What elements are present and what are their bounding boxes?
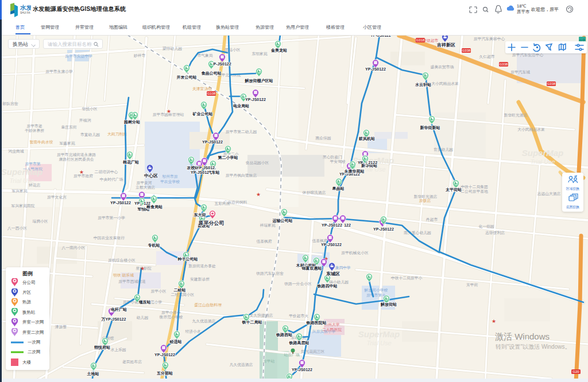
svg-text:原机综合楼小区: 原机综合楼小区 bbox=[108, 258, 136, 262]
svg-text:原平分公司: 原平分公司 bbox=[198, 220, 225, 226]
svg-text:惠众佳园: 惠众佳园 bbox=[315, 136, 331, 141]
svg-text:干部休养所: 干部休养所 bbox=[25, 128, 44, 133]
svg-text:东大街: 东大街 bbox=[194, 212, 206, 217]
svg-text:P-JS0122: P-JS0122 bbox=[213, 62, 231, 66]
svg-text:YP-JS0122: YP-JS0122 bbox=[321, 243, 342, 247]
svg-text:开发公司站: 开发公司站 bbox=[176, 75, 197, 80]
svg-text:军兴家苑: 军兴家苑 bbox=[11, 189, 27, 193]
svg-text:堰压站: 堰压站 bbox=[138, 300, 151, 305]
svg-text:第二小学站: 第二小学站 bbox=[218, 155, 238, 160]
svg-text:太平街站: 太平街站 bbox=[445, 188, 462, 192]
svg-text:站前广场: 站前广场 bbox=[284, 353, 299, 357]
svg-text:经济小水: 经济小水 bbox=[185, 329, 200, 334]
svg-text:原平市第一小学: 原平市第一小学 bbox=[98, 216, 125, 220]
svg-text:G338: G338 bbox=[547, 82, 556, 85]
svg-text:久仁超市: 久仁超市 bbox=[479, 54, 494, 59]
svg-text:中国农业发展银行: 中国农业发展银行 bbox=[94, 236, 125, 240]
svg-text:铁路高层站: 铁路高层站 bbox=[289, 340, 310, 345]
svg-text:祥瑞家苑: 祥瑞家苑 bbox=[260, 223, 275, 228]
svg-text:原平市北城街道永康路: 原平市北城街道永康路 bbox=[57, 153, 96, 157]
svg-text:康路社区居民委员会: 康路社区居民委员会 bbox=[59, 157, 94, 162]
svg-text:原平汽车生活中心: 原平汽车生活中心 bbox=[512, 53, 544, 57]
svg-text:食品花园小区: 食品花园小区 bbox=[246, 161, 269, 165]
svg-text:铁路西站: 铁路西站 bbox=[276, 333, 292, 337]
svg-text:开福润: 开福润 bbox=[79, 118, 91, 123]
svg-text:京都大酒店: 京都大酒店 bbox=[136, 185, 155, 190]
svg-text:YP」122: YP」122 bbox=[134, 201, 150, 206]
svg-text:原平市: 原平市 bbox=[517, 9, 530, 14]
svg-text:大闳刀削面: 大闳刀削面 bbox=[107, 132, 127, 137]
svg-text:凡久优选酒店: 凡久优选酒店 bbox=[230, 362, 253, 367]
svg-text:18℃: 18℃ bbox=[517, 3, 527, 9]
svg-text:SuperMap: SuperMap bbox=[522, 148, 564, 158]
svg-text:团结小区: 团结小区 bbox=[225, 48, 240, 52]
svg-text:原饭店: 原饭店 bbox=[419, 198, 431, 203]
svg-text:华悦小区: 华悦小区 bbox=[82, 107, 97, 111]
svg-text:原平汽车美容中心: 原平汽车美容中心 bbox=[474, 37, 505, 41]
svg-text:二胡培训中心: 二胡培训中心 bbox=[95, 170, 118, 174]
svg-text:原平黄河: 原平黄河 bbox=[136, 181, 152, 185]
svg-text:棉花厂站: 棉花厂站 bbox=[122, 160, 139, 165]
svg-text:八一西小区: 八一西小区 bbox=[7, 226, 27, 231]
svg-text:原平汽车城: 原平汽车城 bbox=[510, 70, 530, 75]
svg-text:熙悦府站: 熙悦府站 bbox=[94, 345, 110, 350]
svg-text:欢迎您，原平: 欢迎您，原平 bbox=[531, 7, 559, 12]
svg-text:原平市第十: 原平市第十 bbox=[366, 293, 386, 297]
svg-text:水上乐园: 水上乐园 bbox=[110, 348, 126, 352]
svg-text:果品站: 果品站 bbox=[332, 186, 345, 191]
svg-text:育英幼儿园: 育英幼儿园 bbox=[434, 147, 453, 152]
svg-text:中铁十二局原平小: 中铁十二局原平小 bbox=[391, 276, 423, 280]
svg-text:老百姓布店: 老百姓布店 bbox=[122, 360, 142, 364]
svg-text:幼儿园: 幼儿园 bbox=[137, 315, 148, 320]
svg-text:中心区: 中心区 bbox=[144, 173, 158, 178]
svg-text:黑心防盗门: 黑心防盗门 bbox=[323, 155, 342, 159]
svg-text:市气象局: 市气象局 bbox=[197, 53, 212, 58]
svg-text:YP-JS0122: YP-JS0122 bbox=[245, 98, 266, 102]
svg-text:YP-JS0122: YP-JS0122 bbox=[365, 67, 386, 71]
svg-text:芳平街: 芳平街 bbox=[466, 283, 478, 287]
svg-text:妙祥寺: 妙祥寺 bbox=[134, 53, 146, 58]
svg-text:万YP-JS0122: 万YP-JS0122 bbox=[101, 317, 126, 322]
svg-text:原平文化宫: 原平文化宫 bbox=[47, 195, 67, 200]
svg-text:中铁十二局集团: 中铁十二局集团 bbox=[461, 185, 488, 189]
svg-text:原平站: 原平站 bbox=[263, 359, 275, 364]
svg-text:★: ★ bbox=[140, 266, 145, 271]
svg-text:专机站: 专机站 bbox=[148, 243, 160, 248]
svg-text:志华便利店: 志华便利店 bbox=[485, 231, 505, 235]
svg-text:东明家苑: 东明家苑 bbox=[252, 52, 267, 56]
svg-text:新华旺光酒店: 新华旺光酒店 bbox=[504, 113, 528, 118]
svg-text:明铁 朝乐城: 明铁 朝乐城 bbox=[113, 273, 134, 278]
svg-text:运输公司站: 运输公司站 bbox=[272, 218, 293, 223]
svg-text:铁路汽车队宿舍: 铁路汽车队宿舍 bbox=[256, 271, 284, 276]
svg-text:二经站: 二经站 bbox=[174, 288, 186, 293]
svg-text:中央时代广场: 中央时代广场 bbox=[100, 177, 123, 182]
svg-text:YP-JS012.: YP-JS012. bbox=[196, 166, 216, 170]
svg-text:新华街新站: 新华街新站 bbox=[420, 125, 440, 130]
svg-text:YP-JS0122: YP-JS0122 bbox=[322, 223, 342, 227]
svg-text:★: ★ bbox=[492, 318, 496, 324]
svg-text:衡示范小学校: 衡示范小学校 bbox=[160, 315, 183, 319]
svg-text:SuperMap: SuperMap bbox=[358, 329, 400, 339]
svg-text:八一南尚小区: 八一南尚小区 bbox=[61, 245, 86, 250]
svg-text:铁路四中站: 铁路四中站 bbox=[317, 283, 338, 289]
svg-text:伍基枫府: 伍基枫府 bbox=[312, 239, 327, 243]
svg-text:津源整: 津源整 bbox=[55, 325, 67, 329]
svg-text:五分部站: 五分部站 bbox=[156, 371, 173, 376]
svg-text:电杆厂站: 电杆厂站 bbox=[111, 307, 127, 312]
svg-text:廉四中学: 廉四中学 bbox=[335, 266, 350, 270]
svg-text:原平市老: 原平市老 bbox=[26, 124, 42, 128]
svg-text:原平市西城街道: 原平市西城街道 bbox=[118, 279, 146, 284]
svg-text:九久优选酒店: 九久优选酒店 bbox=[192, 319, 216, 323]
svg-text:G338: G338 bbox=[500, 63, 508, 66]
svg-text:鸿业商城: 鸿业商城 bbox=[8, 149, 24, 153]
svg-text:Trial Use: Trial Use bbox=[9, 177, 34, 184]
svg-text:原平市实达中学: 原平市实达中学 bbox=[65, 54, 92, 58]
svg-text:经适站: 经适站 bbox=[169, 339, 182, 344]
svg-text:解放街小学校: 解放街小学校 bbox=[364, 288, 388, 293]
svg-text:吉祥新区: 吉祥新区 bbox=[436, 42, 455, 48]
svg-text:部队宿舍: 部队宿舍 bbox=[2, 102, 18, 106]
svg-text:二公司原平基地: 二公司原平基地 bbox=[461, 189, 488, 193]
svg-text:YP-JS012: YP-JS012 bbox=[191, 170, 209, 174]
svg-text:YP-JS0122: YP-JS0122 bbox=[154, 353, 175, 357]
svg-text:Trial Use: Trial Use bbox=[530, 158, 555, 165]
